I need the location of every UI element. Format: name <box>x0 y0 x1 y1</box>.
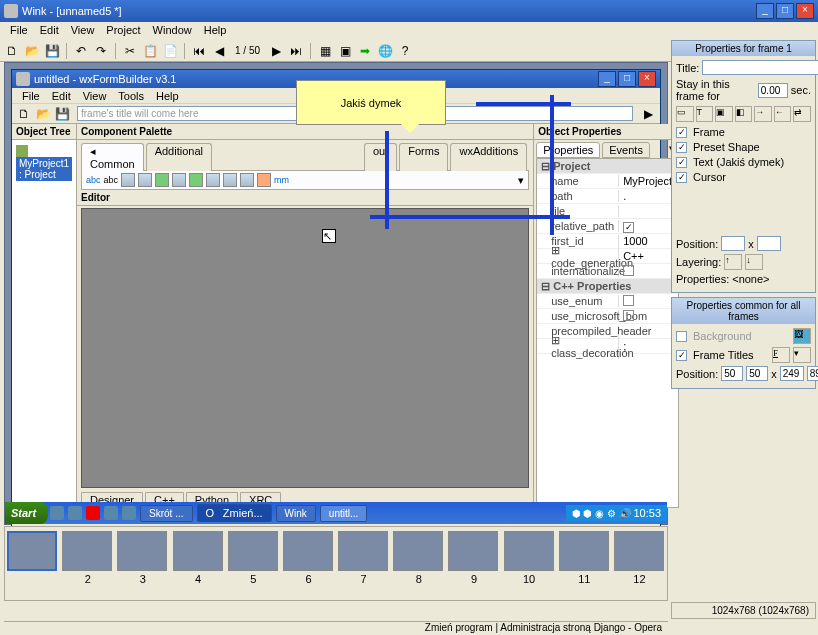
menu-edit[interactable]: Edit <box>34 22 65 40</box>
redo-icon[interactable]: ↷ <box>93 43 109 59</box>
taskbar-item[interactable]: Wink <box>276 505 316 522</box>
thumbnail-strip[interactable]: 23456789101112 <box>4 526 668 601</box>
prop-row[interactable]: use_enum <box>537 294 678 309</box>
copy-icon[interactable]: 📋 <box>142 43 158 59</box>
start-button[interactable]: Start <box>5 502 48 524</box>
menu-window[interactable]: Window <box>147 22 198 40</box>
widget-icon[interactable] <box>155 173 169 187</box>
bg-checkbox[interactable] <box>676 331 687 342</box>
prev-icon[interactable]: ◀ <box>211 43 227 59</box>
taskbar-item[interactable]: Skrót ... <box>140 505 192 522</box>
web-icon[interactable]: 🌐 <box>377 43 393 59</box>
widget-icon[interactable] <box>138 173 152 187</box>
checkbox-icon[interactable]: ✓ <box>676 142 687 153</box>
tab-additional[interactable]: Additional <box>146 143 212 171</box>
frame-thumbnail[interactable]: 6 <box>283 531 334 596</box>
tab-layout[interactable]: out <box>364 143 397 171</box>
cut-icon[interactable]: ✂ <box>122 43 138 59</box>
tool-icon[interactable]: ▣ <box>337 43 353 59</box>
export-icon[interactable]: ➡ <box>357 43 373 59</box>
check-row[interactable]: ✓Text (Jakiś dymek) <box>676 156 811 168</box>
bg-image-button[interactable]: 🖼 <box>793 328 811 344</box>
pos-input[interactable] <box>757 236 781 251</box>
frame-thumbnail[interactable] <box>7 531 58 596</box>
widget-icon[interactable] <box>121 173 135 187</box>
tree-item-project[interactable]: MyProject1 : Project <box>16 157 72 181</box>
close-button[interactable]: × <box>796 3 814 19</box>
inner-menu-edit[interactable]: Edit <box>46 88 77 103</box>
checkbox-icon[interactable]: ✓ <box>676 172 687 183</box>
frame-thumbnail[interactable]: 8 <box>393 531 444 596</box>
check-row[interactable]: ✓Frame <box>676 126 811 138</box>
frame-thumbnail[interactable]: 2 <box>62 531 113 596</box>
frame-thumbnail[interactable]: 9 <box>448 531 499 596</box>
tab-wxadditions[interactable]: wxAdditions <box>450 143 527 171</box>
prop-row[interactable]: internationalize <box>537 264 678 279</box>
inner-menu-file[interactable]: File <box>16 88 46 103</box>
help-icon[interactable]: ? <box>397 43 413 59</box>
tool-icon[interactable]: ▦ <box>317 43 333 59</box>
taskbar-item[interactable]: O Zmień... <box>197 504 272 522</box>
layer-down-button[interactable]: ↓ <box>745 254 763 270</box>
pos-y-input[interactable] <box>746 366 768 381</box>
prop-row[interactable]: nameMyProject1 <box>537 174 678 189</box>
quicklaunch-icon[interactable] <box>86 506 100 520</box>
tool-button[interactable]: → <box>754 106 772 122</box>
menu-help[interactable]: Help <box>198 22 233 40</box>
new-icon[interactable]: 🗋 <box>4 43 20 59</box>
widget-icon[interactable] <box>223 173 237 187</box>
title-input[interactable] <box>702 60 818 75</box>
quicklaunch-icon[interactable] <box>50 506 64 520</box>
pos-input[interactable] <box>721 236 745 251</box>
frame-thumbnail[interactable]: 11 <box>559 531 610 596</box>
next-icon[interactable]: ▶ <box>268 43 284 59</box>
frame-thumbnail[interactable]: 12 <box>614 531 665 596</box>
quicklaunch-icon[interactable] <box>104 506 118 520</box>
widget-icon[interactable] <box>240 173 254 187</box>
save-icon[interactable]: 💾 <box>44 43 60 59</box>
quicklaunch-icon[interactable] <box>68 506 82 520</box>
frame-thumbnail[interactable]: 4 <box>173 531 224 596</box>
widget-icon[interactable] <box>189 173 203 187</box>
frame-thumbnail[interactable]: 3 <box>117 531 168 596</box>
frame-thumbnail[interactable]: 7 <box>338 531 389 596</box>
inner-minimize-button[interactable]: _ <box>598 71 616 87</box>
tool-button[interactable]: ← <box>774 106 792 122</box>
inner-close-button[interactable]: × <box>638 71 656 87</box>
tool-button[interactable]: ⇄ <box>793 106 811 122</box>
checkbox-icon[interactable]: ✓ <box>676 157 687 168</box>
widget-icon[interactable] <box>206 173 220 187</box>
layer-up-button[interactable]: ↑ <box>724 254 742 270</box>
pos-w-input[interactable] <box>780 366 804 381</box>
quicklaunch-icon[interactable] <box>122 506 136 520</box>
inner-menu-tools[interactable]: Tools <box>112 88 150 103</box>
ft-checkbox[interactable]: ✓ <box>676 350 687 361</box>
open-icon[interactable]: 📂 <box>35 106 51 122</box>
tool-button[interactable]: ▣ <box>715 106 733 122</box>
check-row[interactable]: ✓Preset Shape <box>676 141 811 153</box>
prop-row[interactable]: use_microsoft_bom <box>537 309 678 324</box>
property-grid[interactable]: ⊟ ProjectnameMyProject1path.filerelative… <box>536 158 679 508</box>
pos-x-input[interactable] <box>721 366 743 381</box>
new-icon[interactable]: 🗋 <box>16 106 32 122</box>
frame-thumbnail[interactable]: 10 <box>504 531 555 596</box>
prop-row[interactable]: relative_path✓ <box>537 219 678 234</box>
widget-icon[interactable] <box>172 173 186 187</box>
tab-common[interactable]: ◂ Common <box>81 143 144 171</box>
frame-thumbnail[interactable]: 5 <box>228 531 279 596</box>
checkbox-icon[interactable]: ✓ <box>676 127 687 138</box>
undo-icon[interactable]: ↶ <box>73 43 89 59</box>
tool-button[interactable]: ◧ <box>735 106 753 122</box>
stay-input[interactable] <box>758 83 788 98</box>
prop-row[interactable]: ⊞ code_generationC++ <box>537 249 678 264</box>
tab-forms[interactable]: Forms <box>399 143 448 171</box>
taskbar-item[interactable]: untitl... <box>320 505 367 522</box>
prop-row[interactable]: ⊞ class_decoration; <box>537 339 678 354</box>
maximize-button[interactable]: □ <box>776 3 794 19</box>
menu-project[interactable]: Project <box>100 22 146 40</box>
check-row[interactable]: ✓Cursor <box>676 171 811 183</box>
editor-canvas[interactable]: ↖ <box>81 208 529 488</box>
first-icon[interactable]: ⏮ <box>191 43 207 59</box>
callout-balloon[interactable]: Jakiś dymek <box>296 80 446 125</box>
system-tray[interactable]: ⬢ ⬢ ◉ ⚙ 🔊 10:53 <box>566 505 667 521</box>
